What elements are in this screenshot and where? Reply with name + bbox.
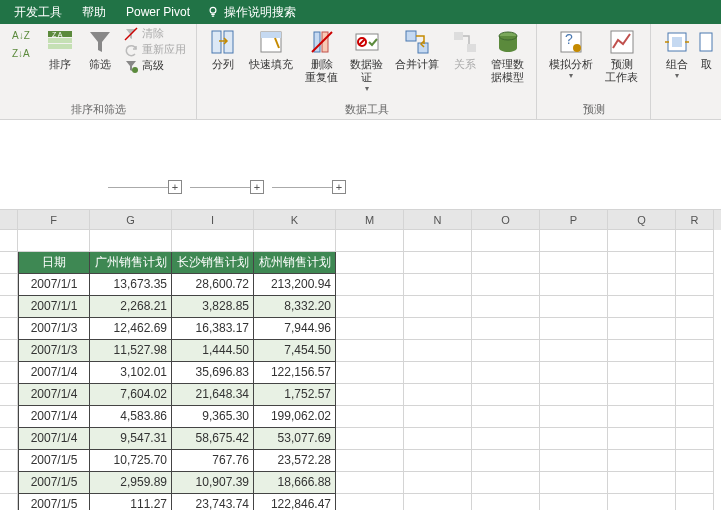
cell-gz[interactable]: 2,268.21: [90, 296, 172, 318]
cell-cs[interactable]: 767.76: [172, 450, 254, 472]
col-header[interactable]: O: [472, 210, 540, 230]
col-header[interactable]: G: [90, 210, 172, 230]
cell[interactable]: [608, 450, 676, 472]
cell[interactable]: [336, 318, 404, 340]
reapply-button[interactable]: 重新应用: [120, 42, 190, 58]
col-header[interactable]: F: [18, 210, 90, 230]
cell[interactable]: [540, 362, 608, 384]
cell[interactable]: [608, 296, 676, 318]
sort-az-button[interactable]: A↓Z: [6, 26, 40, 44]
cell-cs[interactable]: 9,365.30: [172, 406, 254, 428]
cell[interactable]: [472, 428, 540, 450]
cell[interactable]: [540, 450, 608, 472]
cell-cs[interactable]: 16,383.17: [172, 318, 254, 340]
cell[interactable]: [608, 362, 676, 384]
cell[interactable]: [0, 362, 18, 384]
col-header[interactable]: P: [540, 210, 608, 230]
cell[interactable]: [608, 230, 676, 252]
cell[interactable]: [540, 384, 608, 406]
cell-cs[interactable]: 1,444.50: [172, 340, 254, 362]
cell-date[interactable]: 2007/1/3: [18, 318, 90, 340]
cell[interactable]: [0, 384, 18, 406]
cell[interactable]: [608, 340, 676, 362]
cell[interactable]: [540, 318, 608, 340]
cell-cs[interactable]: 35,696.83: [172, 362, 254, 384]
cell[interactable]: [336, 252, 404, 274]
relations-button[interactable]: 关系: [445, 26, 485, 73]
table-header[interactable]: 广州销售计划: [90, 252, 172, 274]
col-header[interactable]: Q: [608, 210, 676, 230]
cell[interactable]: [0, 428, 18, 450]
cell[interactable]: [0, 472, 18, 494]
cell[interactable]: [676, 318, 714, 340]
cell-date[interactable]: 2007/1/4: [18, 406, 90, 428]
remove-duplicates-button[interactable]: 删除 重复值: [299, 26, 344, 86]
cell[interactable]: [676, 274, 714, 296]
cell[interactable]: [0, 318, 18, 340]
cell[interactable]: [404, 384, 472, 406]
cell[interactable]: [0, 230, 18, 252]
cell[interactable]: [0, 296, 18, 318]
cell-gz[interactable]: 12,462.69: [90, 318, 172, 340]
cell-gz[interactable]: 9,547.31: [90, 428, 172, 450]
cell[interactable]: [172, 230, 254, 252]
cell-gz[interactable]: 4,583.86: [90, 406, 172, 428]
cell[interactable]: [676, 296, 714, 318]
cell[interactable]: [540, 472, 608, 494]
cell[interactable]: [472, 472, 540, 494]
cell[interactable]: [676, 406, 714, 428]
advanced-button[interactable]: 高级: [120, 58, 190, 74]
cell-date[interactable]: 2007/1/1: [18, 274, 90, 296]
cell-hz[interactable]: 1,752.57: [254, 384, 336, 406]
cell-hz[interactable]: 122,846.47: [254, 494, 336, 510]
cell[interactable]: [336, 296, 404, 318]
cell[interactable]: [336, 384, 404, 406]
cell-gz[interactable]: 10,725.70: [90, 450, 172, 472]
cell[interactable]: [608, 252, 676, 274]
cell[interactable]: [0, 494, 18, 510]
cell-grid[interactable]: 日期 广州销售计划 长沙销售计划 杭州销售计划 2007/1/113,673.3…: [0, 230, 721, 510]
cell[interactable]: [472, 450, 540, 472]
cell[interactable]: [0, 450, 18, 472]
tab-power-pivot[interactable]: Power Pivot: [116, 0, 200, 24]
cell[interactable]: [608, 428, 676, 450]
outline-expand-g[interactable]: +: [168, 180, 182, 194]
cell[interactable]: [676, 230, 714, 252]
cell[interactable]: [472, 362, 540, 384]
cell[interactable]: [472, 340, 540, 362]
cell[interactable]: [336, 450, 404, 472]
cell-hz[interactable]: 18,666.88: [254, 472, 336, 494]
sort-za-button[interactable]: Z↓A: [6, 44, 40, 62]
cell[interactable]: [336, 274, 404, 296]
consolidate-button[interactable]: 合并计算: [389, 26, 445, 73]
col-header[interactable]: M: [336, 210, 404, 230]
cell[interactable]: [540, 428, 608, 450]
cell[interactable]: [404, 472, 472, 494]
cell[interactable]: [540, 296, 608, 318]
cell-hz[interactable]: 122,156.57: [254, 362, 336, 384]
forecast-sheet-button[interactable]: 预测 工作表: [599, 26, 644, 86]
cell[interactable]: [540, 252, 608, 274]
cell[interactable]: [676, 340, 714, 362]
cell[interactable]: [676, 450, 714, 472]
cell[interactable]: [336, 340, 404, 362]
cell[interactable]: [404, 450, 472, 472]
table-header[interactable]: 杭州销售计划: [254, 252, 336, 274]
col-header[interactable]: R: [676, 210, 714, 230]
cell[interactable]: [472, 406, 540, 428]
cell[interactable]: [404, 428, 472, 450]
cell[interactable]: [676, 252, 714, 274]
cell-date[interactable]: 2007/1/5: [18, 450, 90, 472]
cell-gz[interactable]: 111.27: [90, 494, 172, 510]
cell[interactable]: [404, 274, 472, 296]
cell[interactable]: [676, 362, 714, 384]
cell[interactable]: [540, 274, 608, 296]
tell-me-search[interactable]: 操作说明搜索: [206, 4, 296, 21]
cell[interactable]: [608, 274, 676, 296]
cell[interactable]: [90, 230, 172, 252]
cell[interactable]: [0, 406, 18, 428]
cell[interactable]: [404, 230, 472, 252]
cell[interactable]: [472, 494, 540, 510]
col-header[interactable]: I: [172, 210, 254, 230]
cell[interactable]: [336, 428, 404, 450]
